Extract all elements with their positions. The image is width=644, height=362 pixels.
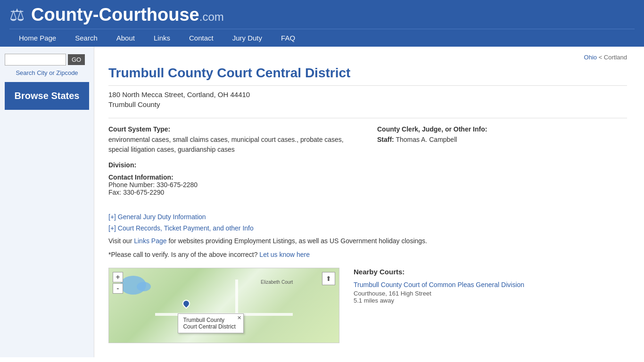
go-button[interactable]: GO bbox=[68, 54, 85, 65]
visit-text-prefix: Visit our bbox=[108, 237, 134, 245]
phone-label: Phone Number: bbox=[108, 181, 155, 189]
clerk-col: County Clerk, Judge, or Other Info: Staf… bbox=[377, 125, 627, 204]
breadcrumb-separator: < bbox=[597, 54, 604, 61]
site-title: County-Courthouse.com bbox=[31, 5, 224, 25]
map-elizabeth-label: Elizabeth Court bbox=[261, 280, 293, 285]
search-box-container: GO bbox=[5, 54, 89, 66]
divider bbox=[108, 118, 627, 118]
division-label: Division: bbox=[108, 161, 136, 169]
phone-line: Phone Number: 330-675-2280 bbox=[108, 181, 358, 189]
division-block: Division: bbox=[108, 161, 358, 169]
court-system-label: Court System Type: bbox=[108, 125, 358, 133]
nav-homepage[interactable]: Home Page bbox=[9, 29, 66, 47]
search-label: Search City or Zipcode bbox=[5, 69, 89, 76]
site-title-text: County-Courthouse bbox=[31, 5, 199, 25]
content-area: Ohio < Cortland Trumbull County Court Ce… bbox=[94, 47, 641, 357]
phone-value: 330-675-2280 bbox=[157, 181, 198, 189]
nav-about[interactable]: About bbox=[107, 29, 144, 47]
browse-states-button[interactable]: Browse States bbox=[5, 82, 89, 110]
page-title: Trumbull County Court Central District bbox=[108, 66, 627, 86]
map-zoom-in-button[interactable]: + bbox=[113, 272, 123, 282]
verify-text: *Please call to verify. Is any of the ab… bbox=[108, 251, 627, 258]
nav-faq[interactable]: FAQ bbox=[272, 29, 305, 47]
header-top: ⚖ County-Courthouse.com bbox=[9, 5, 635, 29]
map-popup: ✕ Trumbull County Court Central District bbox=[178, 313, 244, 333]
main-container: GO Search City or Zipcode Browse States … bbox=[0, 47, 644, 357]
court-system-value: environmental cases, small claims cases,… bbox=[108, 135, 358, 155]
map-container: Elizabeth Court + - ⬆ ✕ Trumbull County … bbox=[108, 268, 339, 343]
clerk-label: County Clerk, Judge, or Other Info: bbox=[377, 125, 627, 133]
nearby-court-link-1[interactable]: Trumbull County Court of Common Pleas Ge… bbox=[354, 281, 524, 288]
jury-duty-link[interactable]: [+] General Jury Duty Information bbox=[108, 213, 627, 221]
scales-icon: ⚖ bbox=[9, 5, 25, 25]
map-zoom-out-button[interactable]: - bbox=[113, 283, 123, 294]
search-input[interactable] bbox=[5, 54, 66, 66]
info-grid: Court System Type: environmental cases, … bbox=[108, 125, 627, 204]
map-placeholder: Elizabeth Court + - ⬆ ✕ Trumbull County … bbox=[109, 268, 339, 343]
staff-line: Staff: Thomas A. Campbell bbox=[377, 135, 627, 145]
bottom-section: Elizabeth Court + - ⬆ ✕ Trumbull County … bbox=[108, 268, 627, 343]
site-title-com: .com bbox=[199, 10, 224, 23]
nearby-court-detail-1: Courthouse, 161 High Street bbox=[354, 290, 627, 297]
nav-search[interactable]: Search bbox=[66, 29, 107, 47]
nav-contact[interactable]: Contact bbox=[180, 29, 223, 47]
site-header: ⚖ County-Courthouse.com Home Page Search… bbox=[0, 0, 644, 47]
nav-links[interactable]: Links bbox=[144, 29, 180, 47]
visit-text: Visit our Links Page for websites provid… bbox=[108, 236, 627, 246]
contact-block: Contact Information: Phone Number: 330-6… bbox=[108, 173, 358, 196]
map-popup-text: Trumbull County Court Central District bbox=[183, 317, 235, 330]
court-records-link[interactable]: [+] Court Records, Ticket Payment, and o… bbox=[108, 224, 627, 232]
breadcrumb-state[interactable]: Ohio bbox=[584, 54, 597, 61]
map-popup-close-button[interactable]: ✕ bbox=[237, 315, 241, 321]
verify-text-prefix: *Please call to verify. Is any of the ab… bbox=[108, 251, 259, 258]
court-county: Trumbull County bbox=[108, 100, 627, 108]
nav-jury-duty[interactable]: Jury Duty bbox=[223, 29, 272, 47]
staff-value: Thomas A. Campbell bbox=[396, 136, 457, 143]
nearby-court-item: Trumbull County Court of Common Pleas Ge… bbox=[354, 280, 627, 304]
map-pin bbox=[181, 298, 192, 309]
sidebar: GO Search City or Zipcode Browse States bbox=[0, 47, 94, 357]
links-page-link[interactable]: Links Page bbox=[134, 237, 166, 245]
staff-label: Staff: bbox=[377, 136, 394, 143]
contact-info-label: Contact Information: bbox=[108, 173, 358, 181]
let-us-know-link[interactable]: Let us know here bbox=[259, 251, 310, 258]
court-address-line1: 180 North Mecca Street, Cortland, OH 444… bbox=[108, 90, 627, 99]
map-share-button[interactable]: ⬆ bbox=[322, 272, 335, 285]
nearby-courts: Nearby Courts: Trumbull County Court of … bbox=[354, 268, 627, 343]
fax-label: Fax: bbox=[108, 189, 121, 196]
visit-text-suffix: for websites providing Employment Listin… bbox=[167, 237, 427, 245]
court-system-col: Court System Type: environmental cases, … bbox=[108, 125, 358, 204]
nearby-court-distance-1: 5.1 miles away bbox=[354, 297, 627, 304]
breadcrumb-city: Cortland bbox=[604, 54, 627, 61]
breadcrumb: Ohio < Cortland bbox=[108, 54, 627, 61]
fax-value: 330-675-2290 bbox=[123, 189, 164, 196]
fax-line: Fax: 330-675-2290 bbox=[108, 189, 358, 196]
nearby-courts-title: Nearby Courts: bbox=[354, 268, 627, 276]
main-nav: Home Page Search About Links Contact Jur… bbox=[9, 29, 635, 47]
map-water-feature-2 bbox=[137, 282, 151, 291]
